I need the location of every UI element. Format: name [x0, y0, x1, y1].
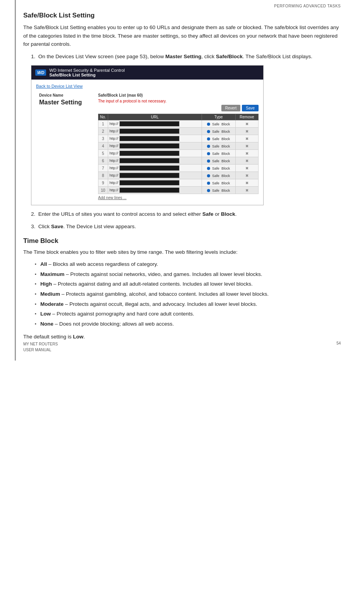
url-input[interactable] [119, 180, 179, 186]
type-safe-label[interactable]: Safe [212, 189, 219, 192]
remove-icon[interactable]: ✖ [245, 181, 248, 185]
step1-bold2: Safe/Block [216, 54, 243, 59]
remove-cell: ✖ [235, 187, 258, 194]
footer-line2: USER MANUAL [23, 347, 58, 353]
type-block-label[interactable]: Block [221, 130, 230, 134]
safe-block-label: Safe/Block List (max 60) [98, 93, 259, 97]
type-safe-label[interactable]: Safe [212, 159, 219, 163]
bullet-item: None – Does not provide blocking; allows… [35, 320, 341, 328]
safe-dot [207, 123, 210, 126]
step2-suffix: . [235, 211, 237, 217]
remove-icon[interactable]: ✖ [245, 151, 248, 156]
remove-icon[interactable]: ✖ [245, 159, 248, 163]
remove-icon[interactable]: ✖ [245, 166, 248, 170]
type-safe-label[interactable]: Safe [212, 166, 219, 170]
step3-prefix: 3. Click [31, 224, 51, 229]
url-prefix: http:// [110, 122, 119, 126]
page-header: PERFORMING ADVANCED TASKS [274, 4, 341, 8]
type-cell: Safe Block [202, 135, 235, 142]
row-num: 9 [98, 179, 108, 187]
type-block-label[interactable]: Block [221, 159, 230, 163]
type-safe-label[interactable]: Safe [212, 174, 219, 178]
remove-icon[interactable]: ✖ [245, 137, 248, 141]
default-prefix: The default setting is [23, 334, 73, 340]
bullet-item: Moderate – Protects against occult, ille… [35, 300, 341, 309]
step2: 2. Enter the URLs of sites you want to c… [31, 210, 341, 218]
step1: 1. On the Devices List View screen (see … [31, 52, 341, 61]
error-message: The input of a protocol is not necessary… [98, 99, 259, 103]
url-input[interactable] [119, 165, 179, 171]
url-input[interactable] [119, 136, 179, 141]
remove-icon[interactable]: ✖ [245, 188, 248, 192]
table-row: 1 http:// Safe Block ✖ [98, 120, 259, 128]
type-block-label[interactable]: Block [221, 166, 230, 170]
wd-logo: WD [35, 69, 46, 76]
type-safe-label[interactable]: Safe [212, 137, 219, 141]
remove-icon[interactable]: ✖ [245, 173, 248, 178]
step3: 3. Click Save. The Device List view appe… [31, 222, 341, 231]
type-block-label[interactable]: Block [221, 181, 230, 185]
safe-dot [207, 160, 210, 163]
row-num: 5 [98, 150, 108, 157]
remove-cell: ✖ [235, 128, 258, 135]
row-num: 3 [98, 135, 108, 142]
type-block-label[interactable]: Block [221, 189, 230, 192]
url-input[interactable] [119, 187, 179, 193]
type-block-label[interactable]: Block [221, 174, 230, 178]
app-subtitle: Safe/Block List Setting [49, 73, 124, 77]
url-input[interactable] [119, 128, 179, 134]
table-row: 2 http:// Safe Block ✖ [98, 128, 259, 135]
bullet-item: Medium – Protects against gambling, alco… [35, 290, 341, 298]
add-new-link[interactable]: Add new lines ... [98, 194, 259, 200]
type-safe-label[interactable]: Safe [212, 181, 219, 185]
device-section: Device Name Master Setting Safe/Block Li… [36, 92, 259, 202]
type-safe-label[interactable]: Safe [212, 152, 219, 156]
safe-dot [207, 182, 210, 185]
back-link[interactable]: Back to Device List View [36, 84, 83, 88]
step3-suffix: . The Device List view appears. [63, 224, 136, 229]
type-block-label[interactable]: Block [221, 144, 230, 148]
footer-line1: MY NET ROUTERS [23, 341, 58, 347]
type-block-label[interactable]: Block [221, 152, 230, 156]
col-type: Type [202, 114, 235, 120]
url-prefix: http:// [110, 159, 119, 163]
url-input[interactable] [119, 151, 179, 156]
type-block-label[interactable]: Block [221, 122, 230, 126]
bullet-text: – Protects against social networks, vide… [64, 271, 262, 277]
bullet-text: – Blocks all web access regardless of ca… [47, 261, 158, 267]
bullet-item: High – Protects against dating and all a… [35, 280, 341, 288]
default-bold: Low [73, 334, 83, 340]
row-num: 2 [98, 128, 108, 135]
master-setting-value: Master Setting [39, 99, 95, 106]
bullet-item: All – Blocks all web access regardless o… [35, 260, 341, 269]
timeblock-title: Time Block [23, 237, 341, 245]
wd-header: WD WD Internet Security & Parental Contr… [31, 66, 263, 80]
bullet-list: All – Blocks all web access regardless o… [35, 260, 341, 328]
url-cell: http:// [108, 135, 202, 142]
revert-button[interactable]: Revert [221, 105, 240, 111]
url-input[interactable] [119, 143, 179, 149]
step1-bold1: Master Setting [165, 54, 201, 59]
remove-icon[interactable]: ✖ [245, 129, 248, 134]
type-safe-label[interactable]: Safe [212, 122, 219, 126]
url-input[interactable] [119, 173, 179, 178]
safe-dot [207, 137, 210, 140]
url-cell: http:// [108, 165, 202, 172]
type-safe-label[interactable]: Safe [212, 144, 219, 148]
type-safe-label[interactable]: Safe [212, 130, 219, 134]
row-num: 7 [98, 165, 108, 172]
url-input[interactable] [119, 158, 179, 163]
device-name-col: Device Name Master Setting [36, 92, 98, 202]
save-button[interactable]: Save [242, 105, 259, 111]
safe-dot [207, 189, 210, 192]
url-input[interactable] [119, 121, 179, 127]
url-cell: http:// [108, 120, 202, 128]
type-block-label[interactable]: Block [221, 137, 230, 141]
remove-icon[interactable]: ✖ [245, 122, 248, 126]
bullet-bold: Low [40, 311, 51, 317]
row-num: 10 [98, 187, 108, 194]
url-prefix: http:// [110, 137, 119, 140]
step1-mid: , click [201, 54, 216, 59]
remove-icon[interactable]: ✖ [245, 144, 248, 148]
type-cell: Safe Block [202, 120, 235, 128]
